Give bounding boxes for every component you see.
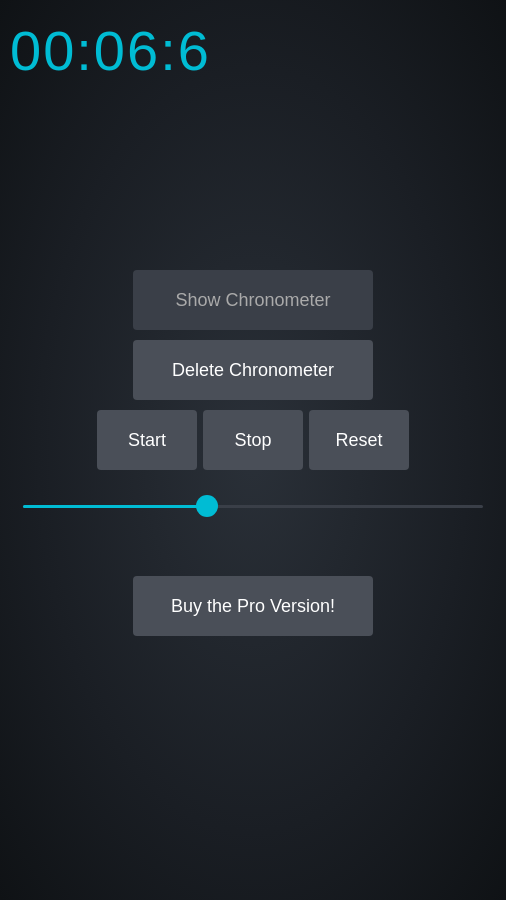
delete-chronometer-button[interactable]: Delete Chronometer — [133, 340, 373, 400]
action-button-row: Start Stop Reset — [97, 410, 409, 470]
buy-pro-button[interactable]: Buy the Pro Version! — [133, 576, 373, 636]
timer-display: 00:06:6 — [10, 18, 211, 83]
slider-container — [23, 486, 483, 526]
reset-button[interactable]: Reset — [309, 410, 409, 470]
show-chronometer-button[interactable]: Show Chronometer — [133, 270, 373, 330]
controls-container: Show Chronometer Delete Chronometer Star… — [0, 270, 506, 636]
stop-button[interactable]: Stop — [203, 410, 303, 470]
start-button[interactable]: Start — [97, 410, 197, 470]
